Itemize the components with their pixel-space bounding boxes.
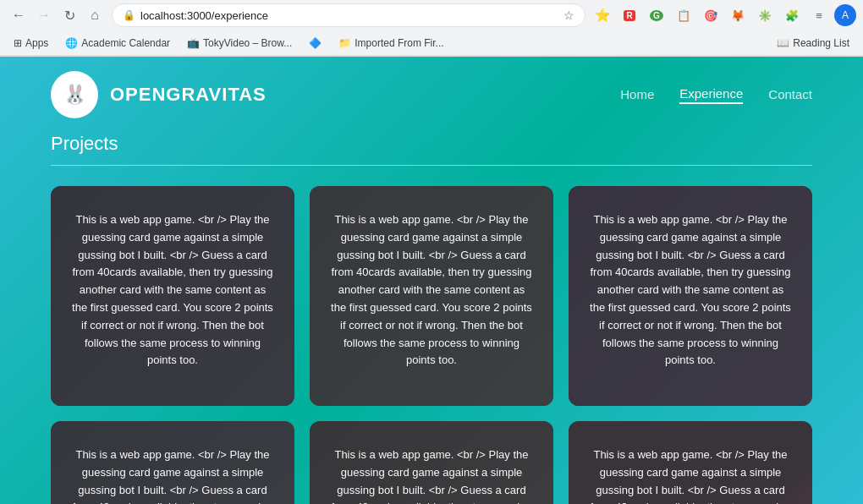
ext-icon-5[interactable]: 🦊 (726, 3, 750, 27)
projects-section: Projects This is a web app game. <br /> … (0, 133, 863, 504)
project-card-4[interactable]: This is a web app game. <br /> Play the … (51, 421, 294, 504)
logo-emoji: 🐰 (63, 84, 86, 106)
bookmarks-bar: ⊞ Apps 🌐 Academic Calendar 📺 TokyVideo –… (0, 30, 863, 56)
nav-experience[interactable]: Experience (679, 86, 743, 104)
ext-icon-1[interactable]: R (618, 3, 641, 27)
bookmark-star-icon[interactable]: ☆ (563, 8, 574, 22)
ext-icon-8[interactable]: ≡ (807, 3, 831, 27)
ext-icon-3[interactable]: 📋 (672, 3, 695, 27)
reload-button[interactable]: ↻ (58, 3, 81, 27)
folder-icon: 📁 (338, 37, 351, 49)
browser-chrome: ← → ↻ ⌂ 🔒 localhost:3000/experience ☆ ⭐ … (0, 0, 863, 57)
project-card-6[interactable]: This is a web app game. <br /> Play the … (569, 421, 812, 504)
apps-grid-icon: ⊞ (14, 37, 22, 49)
projects-grid: This is a web app game. <br /> Play the … (51, 186, 812, 504)
card-desc-1: This is a web app game. <br /> Play the … (71, 211, 274, 370)
nav-contact[interactable]: Contact (768, 87, 812, 103)
reading-list-icon: 📖 (777, 37, 789, 49)
home-button[interactable]: ⌂ (83, 3, 107, 27)
profile-button[interactable]: A (834, 4, 856, 26)
bookmark-calendar[interactable]: 🌐 Academic Calendar (58, 35, 177, 52)
card-content-3: This is a web app game. <br /> Play the … (569, 186, 812, 406)
nav-menu: Home Experience Contact (620, 86, 812, 104)
ext-icon-2[interactable]: G (645, 3, 668, 27)
back-button[interactable]: ← (7, 3, 30, 27)
card-content-1: This is a web app game. <br /> Play the … (51, 186, 294, 406)
bookmark-imported-label: Imported From Fir... (355, 37, 443, 49)
calendar-icon: 🌐 (65, 37, 78, 49)
card-desc-4: This is a web app game. <br /> Play the … (71, 446, 274, 504)
project-card-2[interactable]: This is a web app game. <br /> Play the … (310, 186, 553, 406)
toky-icon: 📺 (187, 37, 200, 49)
project-card-3[interactable]: This is a web app game. <br /> Play the … (569, 186, 812, 406)
nav-buttons: ← → ↻ ⌂ (7, 3, 107, 27)
project-card-1[interactable]: This is a web app game. <br /> Play the … (51, 186, 294, 406)
forward-button[interactable]: → (32, 3, 56, 27)
card-desc-5: This is a web app game. <br /> Play the … (330, 446, 533, 504)
bookmark-toky-label: TokyVideo – Brow... (203, 37, 292, 49)
extensions-button[interactable]: ⭐ (591, 3, 614, 27)
card-content-2: This is a web app game. <br /> Play the … (310, 186, 553, 406)
section-divider (51, 165, 812, 166)
card-desc-2: This is a web app game. <br /> Play the … (330, 211, 533, 370)
lock-icon: 🔒 (123, 9, 135, 21)
logo-circle: 🐰 (51, 71, 98, 118)
card-content-6: This is a web app game. <br /> Play the … (569, 421, 812, 504)
bookmark-blue[interactable]: 🔷 (302, 35, 328, 52)
bookmark-apps[interactable]: ⊞ Apps (7, 35, 55, 52)
bookmark-calendar-label: Academic Calendar (81, 37, 170, 49)
browser-toolbar: ← → ↻ ⌂ 🔒 localhost:3000/experience ☆ ⭐ … (0, 0, 863, 30)
project-card-5[interactable]: This is a web app game. <br /> Play the … (310, 421, 553, 504)
bookmark-toky[interactable]: 📺 TokyVideo – Brow... (180, 35, 299, 52)
url-text: localhost:3000/experience (140, 9, 558, 22)
ext-icon-7[interactable]: 🧩 (780, 3, 804, 27)
bookmark-apps-label: Apps (25, 37, 48, 49)
site-header: 🐰 OPENGRAVITAS Home Experience Contact (0, 57, 863, 133)
card-desc-6: This is a web app game. <br /> Play the … (589, 446, 792, 504)
ext-icon-4[interactable]: 🎯 (699, 3, 723, 27)
bookmark-blue-icon: 🔷 (309, 37, 322, 49)
page-content: 🐰 OPENGRAVITAS Home Experience Contact P… (0, 57, 863, 504)
address-bar[interactable]: 🔒 localhost:3000/experience ☆ (112, 3, 585, 27)
reading-list-label: Reading List (793, 37, 849, 49)
reading-list-button[interactable]: 📖 Reading List (770, 35, 856, 52)
projects-title: Projects (51, 133, 812, 155)
card-desc-3: This is a web app game. <br /> Play the … (589, 211, 792, 370)
bookmark-imported[interactable]: 📁 Imported From Fir... (332, 35, 450, 52)
nav-home[interactable]: Home (620, 87, 654, 103)
card-content-5: This is a web app game. <br /> Play the … (310, 421, 553, 504)
ext-icon-6[interactable]: ✳️ (753, 3, 777, 27)
logo-text: OPENGRAVITAS (110, 84, 267, 106)
toolbar-icons: ⭐ R G 📋 🎯 🦊 ✳️ 🧩 ≡ A (591, 3, 856, 27)
card-content-4: This is a web app game. <br /> Play the … (51, 421, 294, 504)
logo-area: 🐰 OPENGRAVITAS (51, 71, 267, 118)
